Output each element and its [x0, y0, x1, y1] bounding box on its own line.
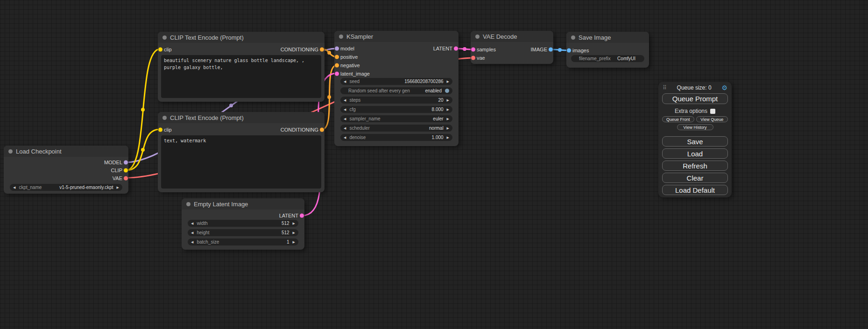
widget-value: 512 [282, 221, 289, 226]
input-label-samples: samples [477, 47, 496, 52]
node-title-bar[interactable]: KSampler [334, 31, 459, 42]
decrement-arrow-icon[interactable]: ◀ [344, 80, 346, 83]
output-label-latent: LATENT [279, 213, 298, 218]
node-title-bar[interactable]: Save Image [566, 32, 649, 43]
increment-arrow-icon[interactable]: ▶ [447, 117, 449, 120]
output-slot-clip[interactable] [124, 168, 128, 172]
increment-arrow-icon[interactable]: ▶ [293, 222, 295, 225]
output-slot-vae[interactable] [124, 176, 128, 180]
increment-arrow-icon[interactable]: ▶ [293, 240, 295, 244]
node-save-image[interactable]: Save Image images filename_prefix ComfyU… [566, 32, 649, 68]
widget-label: seed [349, 79, 360, 84]
refresh-button[interactable]: Refresh [662, 161, 728, 171]
increment-arrow-icon[interactable]: ▶ [447, 98, 449, 102]
input-slot-samples[interactable] [471, 48, 475, 52]
widget-cfg[interactable]: ◀ cfg 8.000 ▶ [340, 106, 452, 113]
decrement-arrow-icon[interactable]: ◀ [191, 231, 193, 234]
decrement-arrow-icon[interactable]: ◀ [344, 126, 346, 130]
node-title-bar[interactable]: VAE Decode [471, 31, 553, 42]
output-label-clip: CLIP [111, 168, 122, 173]
decrement-arrow-icon[interactable]: ◀ [344, 136, 346, 139]
prompt-textarea[interactable]: text, watermark [161, 135, 321, 189]
increment-arrow-icon[interactable]: ▶ [447, 126, 449, 130]
wire-midpoint-dot [229, 104, 233, 107]
input-slot-negative[interactable] [335, 63, 339, 68]
node-clip-text-encode-negative[interactable]: CLIP Text Encode (Prompt) clip CONDITION… [158, 112, 325, 192]
node-empty-latent-image[interactable]: Empty Latent Image LATENT ◀ width 512 ▶ … [182, 198, 304, 250]
collapse-dot-icon[interactable] [475, 35, 480, 39]
decrement-arrow-icon[interactable]: ◀ [191, 240, 193, 244]
increment-arrow-icon[interactable]: ▶ [447, 136, 449, 139]
queue-prompt-button[interactable]: Queue Prompt [662, 93, 728, 104]
view-queue-button[interactable]: View Queue [696, 116, 728, 122]
widget-scheduler[interactable]: ◀ scheduler normal ▶ [340, 125, 452, 132]
widget-filename-prefix[interactable]: filename_prefix ComfyUI [571, 55, 644, 62]
node-title: Save Image [579, 34, 611, 41]
settings-gear-icon[interactable]: ⚙ [721, 84, 727, 91]
widget-width[interactable]: ◀ width 512 ▶ [188, 220, 298, 227]
input-slot-vae[interactable] [471, 56, 475, 60]
decrement-arrow-icon[interactable]: ◀ [191, 222, 193, 225]
output-slot-latent[interactable] [300, 214, 304, 218]
collapse-dot-icon[interactable] [162, 35, 167, 40]
clear-button[interactable]: Clear [662, 173, 728, 183]
toggle-icon[interactable] [445, 89, 449, 93]
input-slot-clip[interactable] [158, 47, 162, 51]
output-slot-latent[interactable] [454, 47, 458, 51]
node-title-bar[interactable]: CLIP Text Encode (Prompt) [158, 32, 325, 43]
widget-random-seed-toggle[interactable]: Random seed after every gen enabled [340, 87, 452, 94]
decrement-arrow-icon[interactable]: ◀ [344, 108, 346, 111]
decrement-arrow-icon[interactable]: ◀ [344, 98, 346, 102]
slot-row: VAE [4, 174, 128, 182]
save-button[interactable]: Save [662, 136, 728, 147]
increment-arrow-icon[interactable]: ▶ [447, 80, 449, 83]
queue-front-button[interactable]: Queue Front [662, 116, 694, 122]
collapse-dot-icon[interactable] [339, 35, 343, 39]
widget-height[interactable]: ◀ height 512 ▶ [188, 229, 298, 236]
widget-seed[interactable]: ◀ seed 156680208700286 ▶ [340, 78, 452, 85]
node-title-bar[interactable]: Empty Latent Image [182, 198, 304, 210]
node-load-checkpoint[interactable]: Load Checkpoint MODEL CLIP VAE ◀ ckpt_na… [4, 146, 128, 194]
node-graph-canvas[interactable]: Load Checkpoint MODEL CLIP VAE ◀ ckpt_na… [0, 0, 868, 329]
output-slot-model[interactable] [124, 160, 128, 164]
node-title-bar[interactable]: CLIP Text Encode (Prompt) [158, 112, 325, 123]
input-slot-latent-image[interactable] [335, 72, 339, 76]
wire-midpoint-dot [141, 108, 145, 112]
extra-options-checkbox[interactable] [710, 109, 715, 114]
collapse-dot-icon[interactable] [571, 35, 575, 40]
view-history-button[interactable]: View History [677, 124, 713, 130]
prompt-textarea[interactable]: beautiful scenery nature glass bottle la… [161, 55, 321, 98]
slot-row: vae [471, 54, 553, 62]
input-slot-clip[interactable] [158, 127, 162, 132]
widget-steps[interactable]: ◀ steps 20 ▶ [340, 97, 452, 104]
node-clip-text-encode-positive[interactable]: CLIP Text Encode (Prompt) clip CONDITION… [158, 32, 325, 102]
widget-denoise[interactable]: ◀ denoise 1.000 ▶ [340, 134, 452, 141]
collapse-dot-icon[interactable] [186, 202, 191, 206]
load-button[interactable]: Load [662, 148, 728, 159]
input-slot-positive[interactable] [335, 55, 339, 59]
widget-batch-size[interactable]: ◀ batch_size 1 ▶ [188, 238, 298, 245]
widget-label: scheduler [349, 126, 369, 131]
load-default-button[interactable]: Load Default [662, 185, 728, 195]
node-ksampler[interactable]: KSampler model LATENT positive negative … [334, 31, 459, 146]
collapse-dot-icon[interactable] [162, 116, 167, 120]
input-label-positive: positive [340, 54, 358, 60]
widget-ckpt-name[interactable]: ◀ ckpt_name v1-5-pruned-emaonly.ckpt ▶ [10, 184, 122, 191]
drag-handle-icon[interactable]: ⠿ [663, 84, 667, 91]
increment-arrow-icon[interactable]: ▶ [117, 186, 119, 189]
input-slot-model[interactable] [335, 47, 339, 51]
decrement-arrow-icon[interactable]: ◀ [13, 186, 15, 189]
slot-row: images [566, 46, 649, 55]
collapse-dot-icon[interactable] [8, 149, 13, 154]
node-title-bar[interactable]: Load Checkpoint [4, 146, 128, 157]
widget-value: ComfyUI [617, 56, 635, 61]
widget-sampler-name[interactable]: ◀ sampler_name euler ▶ [340, 115, 452, 122]
output-slot-image[interactable] [549, 48, 553, 52]
output-slot-conditioning[interactable] [320, 127, 324, 132]
output-slot-conditioning[interactable] [320, 47, 324, 51]
decrement-arrow-icon[interactable]: ◀ [344, 117, 346, 120]
input-slot-images[interactable] [567, 49, 571, 53]
increment-arrow-icon[interactable]: ▶ [447, 108, 449, 111]
increment-arrow-icon[interactable]: ▶ [293, 231, 295, 234]
node-vae-decode[interactable]: VAE Decode samples IMAGE vae [471, 31, 553, 64]
